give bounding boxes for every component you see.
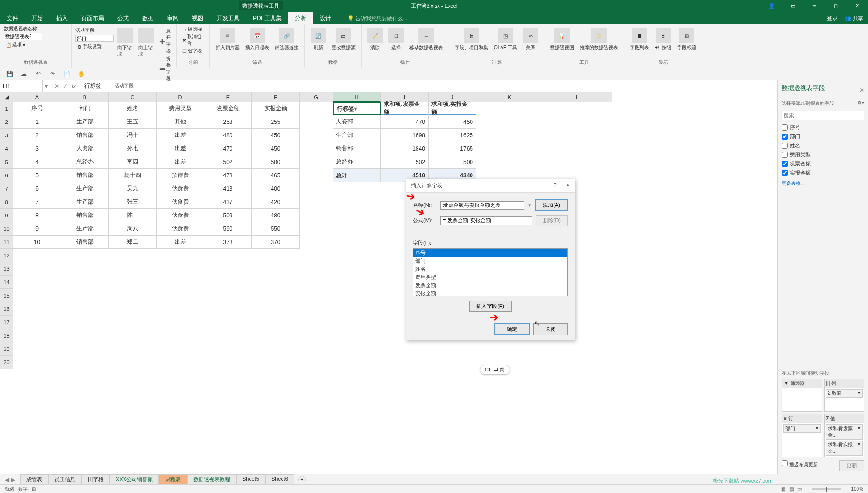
- values-drop-area[interactable]: Σ 值求和项:发票金... ▾求和项:实报金... ▾: [824, 414, 865, 457]
- drop-item[interactable]: 部门 ▾: [783, 424, 821, 433]
- row-header-6[interactable]: 6: [0, 169, 13, 182]
- minimize-icon[interactable]: ━: [804, 0, 825, 12]
- cell[interactable]: 求和项:实报金额: [429, 102, 476, 115]
- view-normal-icon[interactable]: ▦: [781, 486, 785, 492]
- fields-listbox[interactable]: 序号部门姓名费用类型发票金额实报金额: [413, 248, 568, 296]
- cell[interactable]: 冯十: [109, 129, 157, 142]
- cell[interactable]: 销售部: [61, 129, 109, 142]
- field-option[interactable]: 序号: [413, 249, 567, 257]
- menu-开发工具[interactable]: 开发工具: [210, 12, 246, 24]
- cell[interactable]: 实报金额: [252, 102, 300, 115]
- active-field-input[interactable]: [75, 35, 114, 42]
- cell[interactable]: 吴九: [109, 182, 157, 195]
- row-header-11[interactable]: 11: [0, 236, 13, 249]
- field-checkbox-姓名[interactable]: 姓名: [782, 141, 864, 150]
- cell[interactable]: 5: [13, 169, 61, 182]
- cell[interactable]: 李四: [109, 155, 157, 169]
- name-box[interactable]: H1: [0, 80, 43, 92]
- menu-设计[interactable]: 设计: [313, 12, 338, 24]
- cell[interactable]: 258: [204, 115, 252, 129]
- add-button[interactable]: 添加(A): [535, 199, 568, 211]
- sheet-tab[interactable]: Sheet6: [265, 474, 294, 485]
- field-headers-button[interactable]: ⊞字段标题: [675, 27, 698, 52]
- row-header-7[interactable]: 7: [0, 182, 13, 195]
- recommended-pivot-button[interactable]: ✨推荐的数据透视表: [578, 27, 620, 52]
- cell[interactable]: 1840: [381, 142, 429, 155]
- zoom-out-icon[interactable]: −: [805, 486, 808, 492]
- cell[interactable]: 255: [252, 115, 300, 129]
- cell[interactable]: 4: [13, 155, 61, 169]
- dialog-close-icon[interactable]: ×: [567, 182, 570, 188]
- cell[interactable]: 销售部: [61, 209, 109, 222]
- menu-开始[interactable]: 开始: [25, 12, 50, 24]
- account-icon[interactable]: 👤: [761, 0, 782, 12]
- expand-field-button[interactable]: ➕ 展开字段: [157, 27, 173, 55]
- cell[interactable]: 序号: [13, 102, 61, 115]
- tell-me[interactable]: 💡 告诉我您想要做什么...: [347, 15, 407, 22]
- change-source-button[interactable]: 🗃更改数据源: [330, 27, 357, 52]
- cell[interactable]: 400: [252, 182, 300, 195]
- row-header-1[interactable]: 1: [0, 102, 13, 115]
- filters-drop-area[interactable]: ▼ 筛选器: [782, 379, 822, 412]
- cell[interactable]: 人资部: [61, 142, 109, 155]
- cell[interactable]: 370: [252, 236, 300, 249]
- cell[interactable]: 509: [204, 209, 252, 222]
- field-option[interactable]: 发票金额: [413, 281, 567, 289]
- ribbon-options-icon[interactable]: ▭: [782, 0, 804, 12]
- cell[interactable]: 502: [381, 155, 429, 169]
- cell[interactable]: 孙七: [109, 142, 157, 155]
- col-header-C[interactable]: C: [109, 92, 157, 102]
- cell[interactable]: 8: [13, 209, 61, 222]
- rows-drop-area[interactable]: ≡ 行部门 ▾: [782, 414, 822, 457]
- defer-layout-checkbox[interactable]: 推迟布局更新: [782, 460, 818, 471]
- ungroup-button[interactable]: ✖ 取消组合: [180, 33, 206, 47]
- cell[interactable]: 其他: [157, 115, 204, 129]
- drop-item[interactable]: 求和项:发票金... ▾: [826, 424, 863, 440]
- cell[interactable]: 销售部: [333, 142, 381, 155]
- columns-drop-area[interactable]: ||| 列Σ 数值 ▾: [824, 379, 865, 412]
- cell[interactable]: 550: [252, 222, 300, 236]
- ok-button[interactable]: 确定: [494, 323, 530, 335]
- new-sheet-icon[interactable]: +: [298, 476, 306, 483]
- cell[interactable]: 生产部: [61, 182, 109, 195]
- field-search-input[interactable]: [782, 111, 864, 120]
- cell[interactable]: 出差: [157, 129, 204, 142]
- cell[interactable]: 张三: [109, 195, 157, 209]
- cell[interactable]: 10: [13, 236, 61, 249]
- save-icon[interactable]: 💾: [5, 69, 14, 79]
- menu-分析[interactable]: 分析: [288, 12, 313, 24]
- collapse-field-button[interactable]: ➖ 折叠字段: [157, 55, 173, 82]
- login-link[interactable]: 登录: [827, 15, 837, 22]
- field-checkbox-实报金额[interactable]: 实报金额: [782, 168, 864, 177]
- field-option[interactable]: 部门: [413, 257, 567, 265]
- field-pane-gear-icon[interactable]: ⚙▾: [858, 100, 864, 107]
- cell[interactable]: 470: [204, 142, 252, 155]
- col-header-L[interactable]: L: [543, 92, 612, 102]
- new-icon[interactable]: 📄: [62, 69, 72, 79]
- close-icon[interactable]: ✕: [847, 0, 868, 12]
- select-all-button[interactable]: ◢: [0, 92, 13, 102]
- clear-button[interactable]: 🧹清除: [366, 27, 385, 52]
- col-header-E[interactable]: E: [204, 92, 252, 102]
- menu-页面布局[interactable]: 页面布局: [74, 12, 111, 24]
- name-dropdown-icon[interactable]: ▾: [528, 202, 531, 208]
- menu-视图[interactable]: 视图: [185, 12, 210, 24]
- menu-公式[interactable]: 公式: [111, 12, 136, 24]
- sheet-tab[interactable]: 课程表: [159, 474, 187, 485]
- col-header-A[interactable]: A: [13, 92, 61, 102]
- drill-down-button[interactable]: ↓向下钻取: [115, 27, 135, 59]
- menu-插入[interactable]: 插入: [50, 12, 74, 24]
- select-button[interactable]: ☐选择: [387, 27, 406, 52]
- cell[interactable]: 生产部: [61, 195, 109, 209]
- row-header-14[interactable]: 14: [0, 276, 13, 289]
- cell[interactable]: 413: [204, 182, 252, 195]
- cell[interactable]: 6: [13, 182, 61, 195]
- cell[interactable]: 发票金额: [204, 102, 252, 115]
- field-option[interactable]: 实报金额: [413, 289, 567, 296]
- more-tables-link[interactable]: 更多表格...: [782, 180, 864, 187]
- cell[interactable]: 1698: [381, 129, 429, 142]
- dialog-help-icon[interactable]: ?: [554, 182, 556, 188]
- cell[interactable]: 590: [204, 222, 252, 236]
- cell[interactable]: 销售部: [61, 169, 109, 182]
- col-header-F[interactable]: F: [252, 92, 300, 102]
